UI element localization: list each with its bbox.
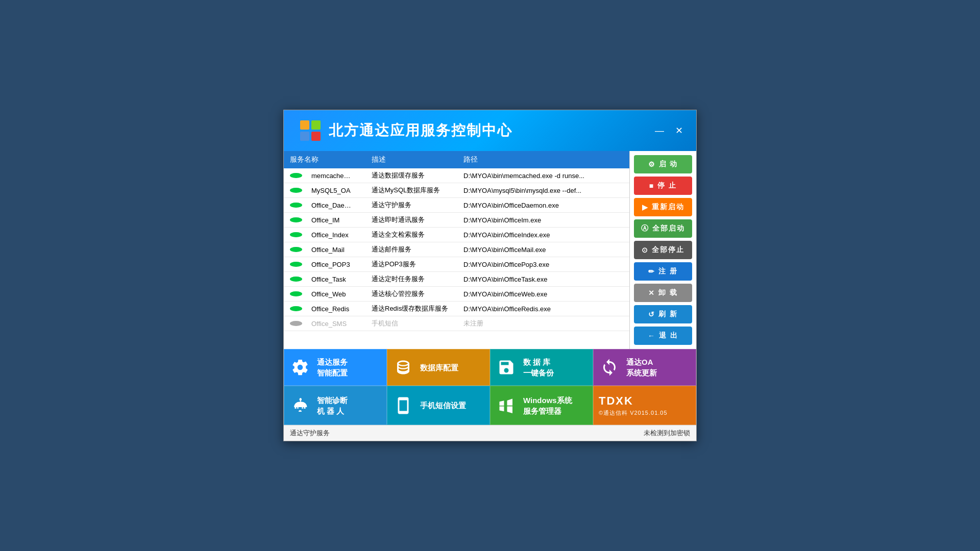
service-desc: 通达全文检索服务 (365, 230, 457, 239)
svg-rect-2 (300, 132, 309, 141)
update-icon (599, 357, 620, 378)
service-path: D:\MYOA\bin\OfficeIm.exe (457, 216, 629, 224)
tile-db-config[interactable]: 数据库配置 (387, 349, 490, 386)
exit-icon: ← (648, 332, 656, 340)
tile-smart-config-text: 通达服务 智能配置 (317, 357, 348, 378)
unregister-button[interactable]: ✕ 卸 载 (634, 284, 692, 302)
table-header: 服务名称 描述 路径 (284, 151, 629, 168)
status-dot (290, 277, 302, 282)
register-label: 注 册 (658, 267, 678, 276)
start-label: 启 动 (659, 160, 678, 169)
exit-button[interactable]: ← 退 出 (634, 327, 692, 345)
service-desc: 通达即时通讯服务 (365, 215, 457, 224)
table-row[interactable]: Office_Daemon通达守护服务D:\MYOA\bin\OfficeDae… (284, 198, 629, 213)
start-all-label: 全部启动 (652, 224, 685, 233)
table-row[interactable]: Office_POP3通达POP3服务D:\MYOA\bin\OfficePop… (284, 257, 629, 272)
database-icon (393, 357, 414, 378)
tile-db-backup-text: 数 据 库 一键备份 (523, 357, 554, 378)
col-service-name: 服务名称 (284, 155, 365, 164)
service-desc: 通达POP3服务 (365, 260, 457, 269)
service-name-cell: Office_POP3 (284, 261, 365, 268)
backup-icon (496, 357, 517, 378)
service-name: Office_POP3 (305, 261, 356, 268)
tile-win-service[interactable]: Windows系统 服务管理器 (490, 386, 593, 424)
tile-db-backup[interactable]: 数 据 库 一键备份 (490, 349, 593, 386)
service-name: memcached Server (305, 172, 359, 180)
service-name: Office_Daemon (305, 202, 359, 209)
service-name-cell: Office_Mail (284, 246, 365, 254)
service-path: D:\MYOA\bin\OfficeRedis.exe (457, 305, 629, 313)
service-name: Office_Task (305, 276, 352, 283)
status-dot (290, 173, 302, 178)
svg-rect-3 (311, 132, 321, 141)
status-dot (290, 203, 302, 208)
stop-all-label: 全部停止 (652, 245, 684, 255)
tile-win-service-text: Windows系统 服务管理器 (523, 395, 572, 416)
refresh-label: 刷 新 (658, 310, 678, 319)
window-controls: — ✕ (652, 123, 686, 138)
tile-oa-update[interactable]: 通达OA 系统更新 (593, 349, 696, 386)
status-dot (290, 306, 302, 311)
stop-icon: ■ (649, 182, 654, 190)
service-table: 服务名称 描述 路径 memcached Server通达数据缓存服务D:\MY… (284, 151, 630, 349)
service-name-cell: memcached Server (284, 172, 365, 180)
bottom-tiles: 通达服务 智能配置 数据库配置 数 据 库 一键备份 (284, 349, 696, 424)
stop-button[interactable]: ■ 停 止 (634, 177, 692, 195)
service-name-cell: Office_Web (284, 290, 365, 298)
service-desc: 通达数据缓存服务 (365, 171, 457, 180)
stop-all-button[interactable]: ⊙ 全部停止 (634, 241, 692, 259)
service-path: D:\MYOA\bin\OfficeIndex.exe (457, 231, 629, 239)
stop-label: 停 止 (657, 181, 677, 190)
service-path: D:\MYOA\bin\OfficeTask.exe (457, 276, 629, 283)
table-body: memcached Server通达数据缓存服务D:\MYOA\bin\memc… (284, 168, 629, 331)
tile-tdxk[interactable]: TDXK ©通达信科 V2015.01.05 (593, 386, 696, 424)
window-title: 北方通达应用服务控制中心 (329, 121, 512, 140)
refresh-icon: ↺ (648, 310, 655, 318)
refresh-button[interactable]: ↺ 刷 新 (634, 305, 692, 323)
service-desc: 通达MySQL数据库服务 (365, 186, 457, 195)
register-button[interactable]: ✏ 注 册 (634, 262, 692, 281)
table-row[interactable]: memcached Server通达数据缓存服务D:\MYOA\bin\memc… (284, 168, 629, 183)
start-all-button[interactable]: Ⓐ 全部启动 (634, 219, 692, 238)
service-name-cell: MySQL5_OA (284, 187, 365, 194)
service-path: 未注册 (457, 319, 629, 328)
service-path: D:\MYOA\bin\OfficeMail.exe (457, 246, 629, 254)
start-button[interactable]: ⚙ 启 动 (634, 155, 692, 173)
table-row[interactable]: MySQL5_OA通达MySQL数据库服务D:\MYOA\mysql5\bin\… (284, 183, 629, 198)
minimize-button[interactable]: — (652, 123, 667, 138)
mobile-icon (393, 395, 414, 416)
table-row[interactable]: Office_Web通达核心管控服务D:\MYOA\bin\OfficeWeb.… (284, 287, 629, 302)
table-row[interactable]: Office_Index通达全文检索服务D:\MYOA\bin\OfficeIn… (284, 228, 629, 242)
stop-all-icon: ⊙ (642, 246, 649, 254)
status-dot (290, 247, 302, 252)
main-window: 北方通达应用服务控制中心 — ✕ 服务名称 描述 路径 memcached Se… (283, 110, 697, 441)
table-row[interactable]: Office_Mail通达邮件服务D:\MYOA\bin\OfficeMail.… (284, 242, 629, 257)
close-button[interactable]: ✕ (672, 123, 686, 138)
tile-sms-setting[interactable]: 手机短信设置 (387, 386, 490, 424)
service-name: Office_Web (305, 290, 352, 298)
service-name-cell: Office_IM (284, 216, 365, 224)
content-area: 服务名称 描述 路径 memcached Server通达数据缓存服务D:\MY… (284, 151, 696, 349)
service-name: Office_Mail (305, 246, 351, 254)
tile-smart-diag[interactable]: 智能诊断 机 器 人 (284, 386, 387, 424)
unregister-label: 卸 载 (658, 288, 678, 297)
table-row[interactable]: Office_IM通达即时通讯服务D:\MYOA\bin\OfficeIm.ex… (284, 213, 629, 228)
table-row[interactable]: Office_Redis通达Redis缓存数据库服务D:\MYOA\bin\Of… (284, 302, 629, 316)
service-path: D:\MYOA\bin\OfficeWeb.exe (457, 290, 629, 298)
service-path: D:\MYOA\mysql5\bin\mysqld.exe --def... (457, 187, 629, 194)
tile-smart-config[interactable]: 通达服务 智能配置 (284, 349, 387, 386)
restart-label: 重新启动 (652, 203, 684, 212)
status-dot (290, 232, 302, 237)
table-row[interactable]: Office_Task通达定时任务服务D:\MYOA\bin\OfficeTas… (284, 272, 629, 287)
robot-icon (289, 395, 311, 416)
status-dot (290, 321, 302, 326)
status-dot (290, 217, 302, 222)
tile-smart-diag-text: 智能诊断 机 器 人 (317, 395, 348, 416)
restart-button[interactable]: ▶ 重新启动 (634, 198, 692, 216)
status-dot (290, 262, 302, 267)
status-dot (290, 188, 302, 193)
register-icon: ✏ (648, 267, 655, 276)
status-left: 通达守护服务 (290, 429, 330, 438)
right-panel: ⚙ 启 动 ■ 停 止 ▶ 重新启动 Ⓐ 全部启动 ⊙ 全部停止 ✏ 注 册 (630, 151, 696, 349)
table-row[interactable]: Office_SMS手机短信未注册 (284, 316, 629, 331)
